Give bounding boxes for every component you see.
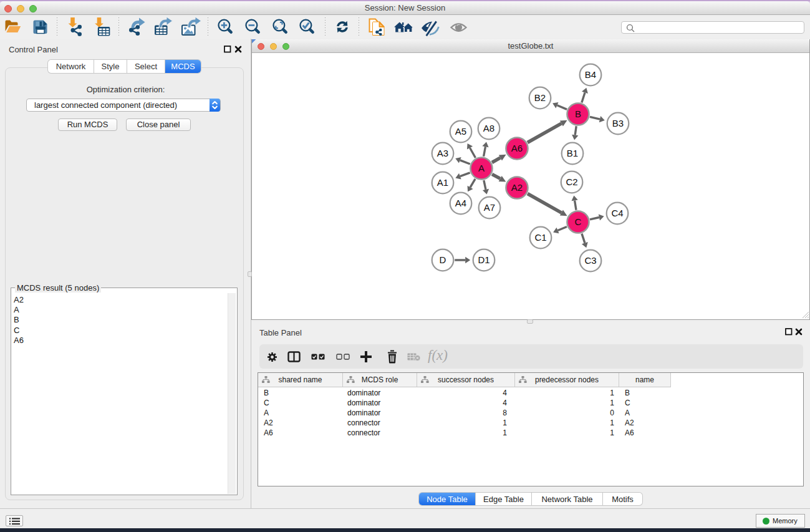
svg-text:C4: C4 [611, 208, 623, 218]
svg-text:A4: A4 [455, 198, 466, 208]
svg-text:B3: B3 [612, 118, 624, 128]
svg-text:B: B [575, 109, 581, 119]
svg-text:C1: C1 [534, 232, 546, 243]
svg-text:B4: B4 [585, 69, 596, 80]
svg-text:A: A [478, 163, 485, 173]
svg-text:A1: A1 [437, 177, 448, 188]
svg-text:B1: B1 [567, 148, 578, 158]
svg-text:D1: D1 [478, 254, 489, 265]
svg-text:A8: A8 [483, 123, 494, 133]
svg-text:C: C [575, 216, 582, 227]
svg-text:A7: A7 [484, 202, 495, 213]
svg-text:A6: A6 [511, 143, 523, 153]
svg-text:B2: B2 [534, 92, 546, 103]
svg-text:A3: A3 [437, 148, 448, 158]
svg-text:A5: A5 [455, 126, 466, 137]
svg-text:A2: A2 [511, 182, 523, 193]
svg-text:C2: C2 [566, 177, 577, 187]
svg-text:C3: C3 [584, 255, 596, 266]
svg-text:D: D [440, 254, 446, 265]
